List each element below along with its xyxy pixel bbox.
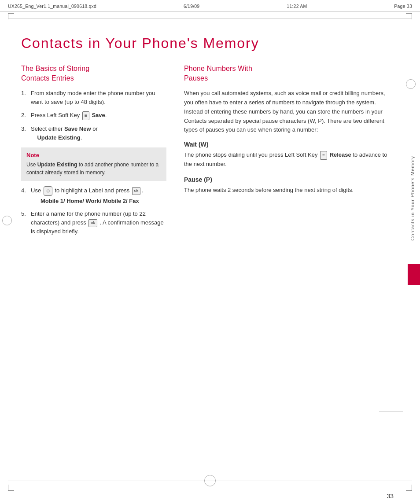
right-section-heading: Phone Numbers With Pauses	[184, 64, 396, 83]
soft-key-icon: ≡	[82, 111, 89, 120]
ok-key-icon: ok	[132, 187, 141, 195]
header-time: 11:22 AM	[287, 4, 307, 9]
right-column: Phone Numbers With Pauses When you call …	[184, 64, 396, 240]
header-date: 6/19/09	[184, 4, 200, 9]
list-item: 5. Enter a name for the phone number (up…	[21, 210, 166, 236]
side-tab-label: Contacts in Your Phone's Memory	[409, 156, 416, 241]
left-column: The Basics of Storing Contacts Entries 1…	[21, 64, 166, 240]
steps-list: 1. From standby mode enter the phone num…	[21, 89, 166, 142]
note-text: Use Update Existing to add another phone…	[26, 161, 161, 177]
item-num: 3.	[21, 125, 26, 133]
note-label: Note	[26, 152, 161, 158]
header-page-label: Page 33	[394, 4, 412, 9]
list-item: 3. Select either Save New or Update Exis…	[21, 125, 166, 142]
label-options: Mobile 1/ Home/ Work/ Mobile 2/ Fax	[31, 197, 166, 206]
item-text: Use ⊙ to highlight a Label and press ok.…	[29, 186, 166, 205]
side-circle-right	[406, 79, 416, 89]
side-tab-bar	[408, 264, 420, 285]
list-item: 1. From standby mode enter the phone num…	[21, 89, 166, 107]
right-intro-text: When you call automated systems, such as…	[184, 89, 396, 135]
side-tab: Contacts in Your Phone's Memory	[406, 128, 420, 269]
steps-list-cont: 4. Use ⊙ to highlight a Label and press …	[21, 186, 166, 236]
page-header: UX265_Eng_Ver1.1_manual_090618.qxd 6/19/…	[0, 4, 420, 12]
two-column-layout: The Basics of Storing Contacts Entries 1…	[21, 64, 396, 240]
pause-text: The phone waits 2 seconds before sending…	[184, 186, 396, 195]
page-number: 33	[387, 493, 394, 500]
wait-text: The phone stops dialing until you press …	[184, 151, 396, 169]
header-filename: UX265_Eng_Ver1.1_manual_090618.qxd	[8, 4, 96, 9]
corner-mark-br	[406, 485, 412, 491]
list-item: 4. Use ⊙ to highlight a Label and press …	[21, 186, 166, 205]
item-num: 4.	[21, 186, 26, 195]
item-num: 5.	[21, 210, 26, 218]
page-title: Contacts in Your Phone's Memory	[21, 35, 396, 52]
item-text: Select either Save New or Update Existin…	[29, 125, 166, 142]
item-text: Press Left Soft Key ≡ Save.	[29, 111, 166, 120]
corner-mark-bl	[8, 485, 14, 491]
list-item: 2. Press Left Soft Key ≡ Save.	[21, 111, 166, 120]
item-num: 2.	[21, 111, 26, 120]
main-content: Contacts in Your Phone's Memory The Basi…	[21, 22, 396, 478]
item-num: 1.	[21, 89, 26, 98]
item-text: From standby mode enter the phone number…	[29, 89, 166, 107]
wait-heading: Wait (W)	[184, 141, 396, 148]
nav-key-icon: ⊙	[44, 186, 52, 196]
pause-heading: Pause (P)	[184, 176, 396, 183]
ok-key-icon-2: ok	[88, 219, 97, 227]
soft-key-icon-release: ≡	[320, 151, 327, 160]
note-box: Note Use Update Existing to add another …	[21, 147, 166, 181]
item-text: Enter a name for the phone number (up to…	[29, 210, 166, 236]
left-section-heading: The Basics of Storing Contacts Entries	[21, 64, 166, 83]
side-circle-left	[2, 216, 12, 225]
top-rule	[8, 18, 412, 19]
